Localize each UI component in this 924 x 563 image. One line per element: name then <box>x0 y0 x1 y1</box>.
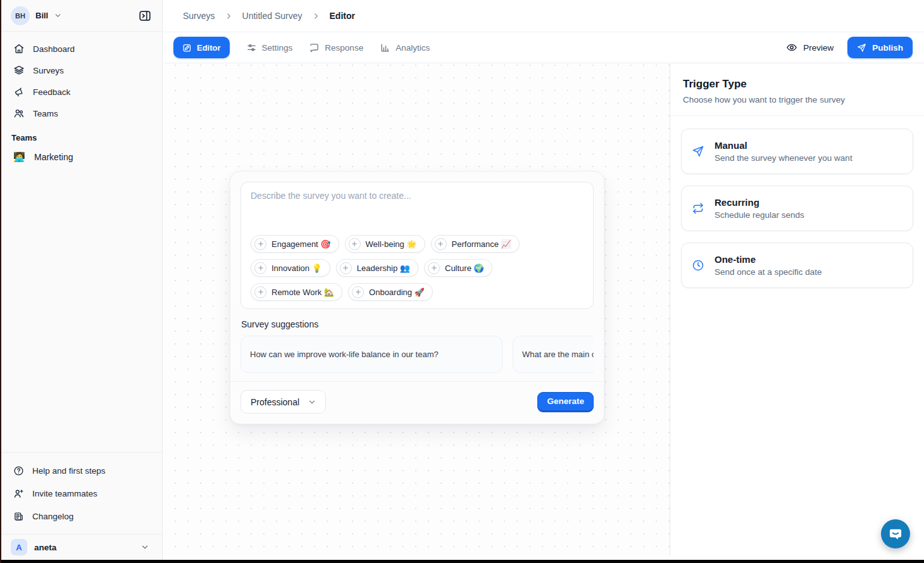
prompt-box: Engagement 🎯 Well-being 🌟 Performance 📈 <box>240 182 594 309</box>
layers-icon <box>13 65 25 76</box>
breadcrumb-surveys[interactable]: Surveys <box>183 11 215 21</box>
sidebar-item-label: Teams <box>33 109 58 118</box>
trigger-description: Send once at a specific date <box>715 267 822 277</box>
sidebar-item-label: Invite teammates <box>32 489 97 498</box>
chip-label: Engagement 🎯 <box>272 239 331 249</box>
bar-chart-icon <box>380 42 390 53</box>
sidebar: BH Bill Dashboard Surveys <box>0 0 163 560</box>
trigger-description: Send the survey whenever you want <box>715 153 852 163</box>
suggestion-card[interactable]: What are the main ob <box>513 336 594 373</box>
trigger-panel-header: Trigger Type Choose how you want to trig… <box>670 64 924 116</box>
trigger-description: Schedule regular sends <box>715 210 804 220</box>
generate-button[interactable]: Generate <box>537 392 594 412</box>
user-plus-icon <box>13 488 24 499</box>
breadcrumb: Surveys Untitled Survey Editor <box>163 0 924 32</box>
toolbar: Editor Settings Response Analytics <box>163 32 924 63</box>
panel-subtitle: Choose how you want to trigger the surve… <box>683 95 911 104</box>
chip-label: Well-being 🌟 <box>366 239 417 249</box>
sidebar-item-label: Feedback <box>33 87 70 97</box>
team-label: Marketing <box>34 152 73 162</box>
tone-value: Professional <box>251 397 299 407</box>
preview-button[interactable]: Preview <box>786 42 833 53</box>
topic-chips: Engagement 🎯 Well-being 🌟 Performance 📈 <box>251 235 584 301</box>
topic-chip-innovation[interactable]: Innovation 💡 <box>251 259 330 277</box>
tab-label: Analytics <box>396 43 430 53</box>
sidebar-item-changelog[interactable]: Changelog <box>8 505 154 528</box>
workspace-switcher: BH Bill <box>0 0 162 32</box>
sidebar-item-invite[interactable]: Invite teammates <box>8 482 154 505</box>
suggestion-card[interactable]: How can we improve work-life balance in … <box>240 336 503 373</box>
topic-chip-onboarding[interactable]: Onboarding 🚀 <box>348 283 433 301</box>
breadcrumb-untitled-survey[interactable]: Untitled Survey <box>242 11 303 21</box>
teams-section-label: Teams <box>0 124 162 144</box>
tone-select[interactable]: Professional <box>240 390 326 414</box>
window-bottom-edge <box>0 560 924 563</box>
team-emoji: 🧑‍💻 <box>13 151 25 163</box>
repeat-icon <box>692 202 704 215</box>
sidebar-item-label: Dashboard <box>33 44 75 54</box>
message-square-icon <box>309 42 320 53</box>
chip-label: Culture 🌍 <box>445 263 484 273</box>
tab-settings[interactable]: Settings <box>246 42 293 53</box>
collapse-sidebar-button[interactable] <box>135 6 154 25</box>
home-icon <box>13 43 25 54</box>
trigger-option-one-time[interactable]: One-time Send once at a specific date <box>681 243 913 288</box>
content: Surveys Untitled Survey Editor Editor Se… <box>163 0 924 560</box>
user-name: aneta <box>34 543 56 552</box>
clock-icon <box>692 259 704 272</box>
changelog-icon <box>13 511 24 522</box>
chevron-right-icon <box>225 12 233 20</box>
composer-footer: Professional Generate <box>230 381 604 414</box>
sliders-icon <box>246 42 257 53</box>
sidebar-nav: Dashboard Surveys Feedback Teams <box>0 32 162 124</box>
chevron-down-icon <box>308 398 316 407</box>
topic-chip-remote-work[interactable]: Remote Work 🏡 <box>251 283 342 301</box>
trigger-option-recurring[interactable]: Recurring Schedule regular sends <box>681 186 913 231</box>
sidebar-item-teams[interactable]: Teams <box>8 103 154 124</box>
topic-chip-leadership[interactable]: Leadership 👥 <box>336 259 418 277</box>
topic-chip-engagement[interactable]: Engagement 🎯 <box>251 235 339 253</box>
tab-label: Editor <box>197 43 221 53</box>
workarea: Engagement 🎯 Well-being 🌟 Performance 📈 <box>163 64 924 557</box>
help-circle-icon <box>13 465 24 476</box>
sidebar-item-feedback[interactable]: Feedback <box>8 81 154 103</box>
workspace-avatar[interactable]: BH <box>11 6 30 25</box>
sidebar-item-label: Help and first steps <box>32 466 106 476</box>
plus-icon <box>254 262 266 274</box>
tab-analytics[interactable]: Analytics <box>380 42 430 53</box>
send-icon <box>857 43 866 53</box>
tab-label: Response <box>325 43 363 53</box>
chip-label: Onboarding 🚀 <box>369 288 425 297</box>
sidebar-item-help[interactable]: Help and first steps <box>8 459 154 482</box>
chip-label: Innovation 💡 <box>272 263 322 273</box>
tab-label: Settings <box>262 43 293 53</box>
survey-description-input[interactable] <box>251 191 584 235</box>
trigger-option-manual[interactable]: Manual Send the survey whenever you want <box>681 129 913 174</box>
sidebar-footer-nav: Help and first steps Invite teammates Ch… <box>0 452 162 534</box>
panel-title: Trigger Type <box>683 78 911 91</box>
topic-chip-wellbeing[interactable]: Well-being 🌟 <box>345 235 425 253</box>
user-menu[interactable]: A aneta <box>0 534 162 560</box>
chat-launcher-button[interactable] <box>881 519 910 548</box>
eye-icon <box>786 42 797 53</box>
window-left-edge <box>0 0 1 563</box>
plus-icon <box>340 262 352 274</box>
trigger-title: One-time <box>715 254 822 265</box>
workspace-name[interactable]: Bill <box>35 11 48 20</box>
topic-chip-performance[interactable]: Performance 📈 <box>431 235 520 253</box>
editor-canvas[interactable]: Engagement 🎯 Well-being 🌟 Performance 📈 <box>163 64 670 557</box>
preview-label: Preview <box>803 43 833 53</box>
chip-label: Remote Work 🏡 <box>272 288 334 297</box>
tab-editor[interactable]: Editor <box>173 37 230 58</box>
publish-button[interactable]: Publish <box>847 37 913 58</box>
plus-icon <box>349 238 361 250</box>
chevron-down-icon <box>140 543 149 552</box>
topic-chip-culture[interactable]: Culture 🌍 <box>424 259 492 277</box>
publish-label: Publish <box>872 43 903 53</box>
sidebar-item-marketing[interactable]: 🧑‍💻 Marketing <box>8 145 154 169</box>
sidebar-item-surveys[interactable]: Surveys <box>8 60 154 81</box>
sidebar-item-dashboard[interactable]: Dashboard <box>8 38 154 60</box>
sidebar-item-label: Changelog <box>32 512 73 521</box>
tab-response[interactable]: Response <box>309 42 363 53</box>
plus-icon <box>428 262 440 274</box>
